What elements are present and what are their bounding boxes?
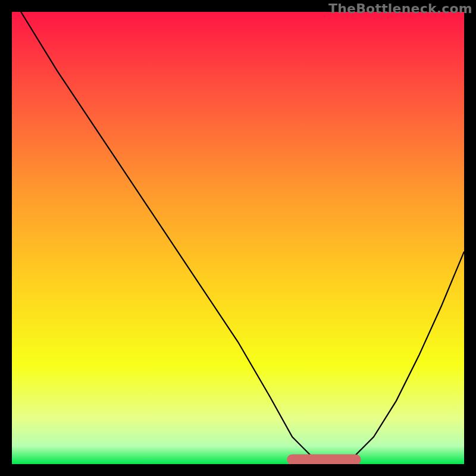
plot-area bbox=[12, 12, 464, 464]
chart-svg bbox=[12, 12, 464, 464]
gradient-background bbox=[12, 12, 464, 464]
chart-frame: TheBottleneck.com bbox=[0, 0, 476, 476]
optimal-zone-marker bbox=[287, 454, 361, 464]
attribution-text: TheBottleneck.com bbox=[328, 1, 472, 16]
